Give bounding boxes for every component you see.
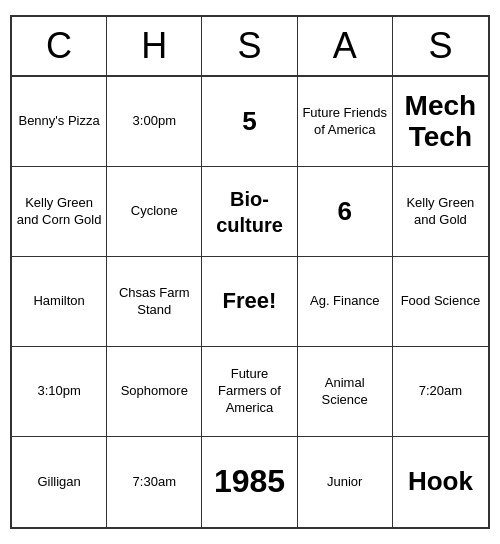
cell-text-13: Ag. Finance <box>310 293 379 310</box>
header-col-4: S <box>393 17 488 75</box>
bingo-cell-6: Cyclone <box>107 167 202 257</box>
bingo-header: CHSAS <box>12 17 488 77</box>
bingo-cell-16: Sophomore <box>107 347 202 437</box>
cell-text-3: Future Friends of America <box>302 105 388 139</box>
cell-text-17: Future Farmers of America <box>206 366 292 417</box>
bingo-cell-17: Future Farmers of America <box>202 347 297 437</box>
bingo-cell-5: Kelly Green and Corn Gold <box>12 167 107 257</box>
cell-text-24: Hook <box>408 465 473 499</box>
cell-text-23: Junior <box>327 474 362 491</box>
bingo-cell-22: 1985 <box>202 437 297 527</box>
bingo-cell-18: Animal Science <box>298 347 393 437</box>
bingo-cell-13: Ag. Finance <box>298 257 393 347</box>
bingo-cell-12: Free! <box>202 257 297 347</box>
bingo-cell-0: Benny's Pizza <box>12 77 107 167</box>
bingo-cell-1: 3:00pm <box>107 77 202 167</box>
header-col-2: S <box>202 17 297 75</box>
bingo-card: CHSAS Benny's Pizza3:00pm5Future Friends… <box>10 15 490 529</box>
cell-text-9: Kelly Green and Gold <box>397 195 484 229</box>
bingo-cell-15: 3:10pm <box>12 347 107 437</box>
bingo-cell-23: Junior <box>298 437 393 527</box>
bingo-cell-21: 7:30am <box>107 437 202 527</box>
cell-text-1: 3:00pm <box>133 113 176 130</box>
cell-text-14: Food Science <box>401 293 481 310</box>
cell-text-2: 5 <box>242 105 256 139</box>
cell-text-0: Benny's Pizza <box>18 113 99 130</box>
bingo-cell-20: Gilligan <box>12 437 107 527</box>
bingo-cell-11: Chsas Farm Stand <box>107 257 202 347</box>
cell-text-18: Animal Science <box>302 375 388 409</box>
bingo-cell-9: Kelly Green and Gold <box>393 167 488 257</box>
bingo-cell-4: Mech Tech <box>393 77 488 167</box>
bingo-cell-2: 5 <box>202 77 297 167</box>
bingo-cell-14: Food Science <box>393 257 488 347</box>
cell-text-20: Gilligan <box>37 474 80 491</box>
cell-text-16: Sophomore <box>121 383 188 400</box>
cell-text-6: Cyclone <box>131 203 178 220</box>
cell-text-21: 7:30am <box>133 474 176 491</box>
cell-text-4: Mech Tech <box>397 91 484 153</box>
bingo-cell-24: Hook <box>393 437 488 527</box>
bingo-cell-8: 6 <box>298 167 393 257</box>
header-col-3: A <box>298 17 393 75</box>
bingo-grid: Benny's Pizza3:00pm5Future Friends of Am… <box>12 77 488 527</box>
header-col-0: C <box>12 17 107 75</box>
bingo-cell-10: Hamilton <box>12 257 107 347</box>
cell-text-19: 7:20am <box>419 383 462 400</box>
cell-text-15: 3:10pm <box>37 383 80 400</box>
bingo-cell-3: Future Friends of America <box>298 77 393 167</box>
cell-text-10: Hamilton <box>33 293 84 310</box>
cell-text-7: Bio-culture <box>206 186 292 238</box>
cell-text-8: 6 <box>337 195 351 229</box>
header-col-1: H <box>107 17 202 75</box>
cell-text-11: Chsas Farm Stand <box>111 285 197 319</box>
bingo-cell-19: 7:20am <box>393 347 488 437</box>
cell-text-12: Free! <box>223 287 277 316</box>
cell-text-5: Kelly Green and Corn Gold <box>16 195 102 229</box>
cell-text-22: 1985 <box>214 461 285 503</box>
bingo-cell-7: Bio-culture <box>202 167 297 257</box>
